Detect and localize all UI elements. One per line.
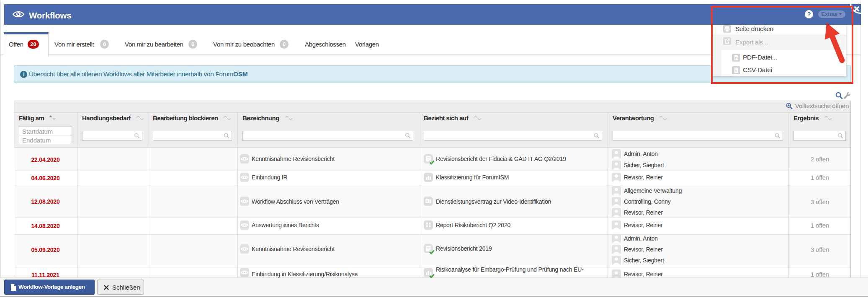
svg-text:$: $ [426, 200, 428, 203]
